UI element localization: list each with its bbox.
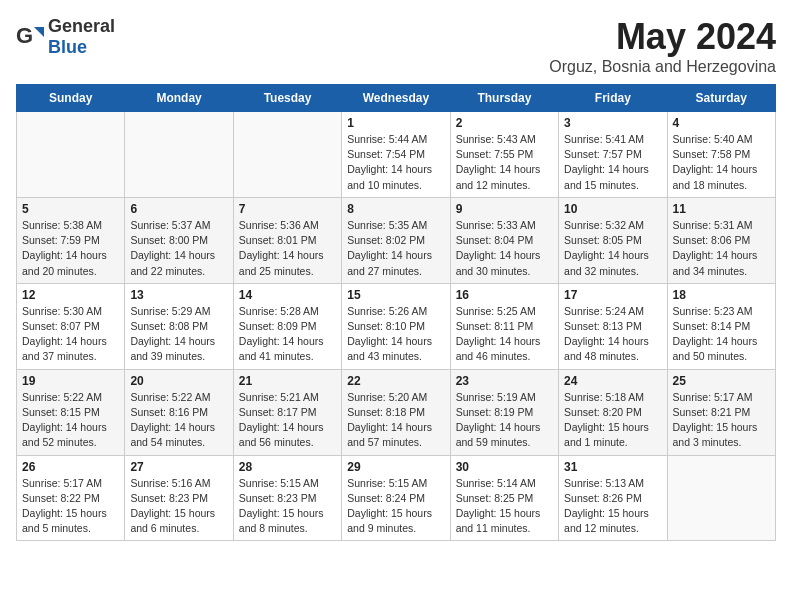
day-number: 13 [130, 288, 227, 302]
svg-marker-1 [34, 27, 44, 37]
day-number: 19 [22, 374, 119, 388]
week-row-2: 5Sunrise: 5:38 AM Sunset: 7:59 PM Daylig… [17, 197, 776, 283]
day-header-tuesday: Tuesday [233, 85, 341, 112]
subtitle: Orguz, Bosnia and Herzegovina [549, 58, 776, 76]
calendar-cell: 21Sunrise: 5:21 AM Sunset: 8:17 PM Dayli… [233, 369, 341, 455]
day-info: Sunrise: 5:15 AM Sunset: 8:23 PM Dayligh… [239, 476, 336, 537]
day-info: Sunrise: 5:13 AM Sunset: 8:26 PM Dayligh… [564, 476, 661, 537]
calendar-cell: 24Sunrise: 5:18 AM Sunset: 8:20 PM Dayli… [559, 369, 667, 455]
calendar-cell: 27Sunrise: 5:16 AM Sunset: 8:23 PM Dayli… [125, 455, 233, 541]
day-number: 7 [239, 202, 336, 216]
calendar-cell: 16Sunrise: 5:25 AM Sunset: 8:11 PM Dayli… [450, 283, 558, 369]
calendar-cell: 12Sunrise: 5:30 AM Sunset: 8:07 PM Dayli… [17, 283, 125, 369]
day-info: Sunrise: 5:24 AM Sunset: 8:13 PM Dayligh… [564, 304, 661, 365]
day-number: 20 [130, 374, 227, 388]
day-info: Sunrise: 5:31 AM Sunset: 8:06 PM Dayligh… [673, 218, 770, 279]
calendar-cell: 29Sunrise: 5:15 AM Sunset: 8:24 PM Dayli… [342, 455, 450, 541]
day-number: 16 [456, 288, 553, 302]
calendar-cell: 9Sunrise: 5:33 AM Sunset: 8:04 PM Daylig… [450, 197, 558, 283]
day-header-wednesday: Wednesday [342, 85, 450, 112]
day-number: 18 [673, 288, 770, 302]
day-info: Sunrise: 5:43 AM Sunset: 7:55 PM Dayligh… [456, 132, 553, 193]
calendar-cell: 6Sunrise: 5:37 AM Sunset: 8:00 PM Daylig… [125, 197, 233, 283]
day-info: Sunrise: 5:20 AM Sunset: 8:18 PM Dayligh… [347, 390, 444, 451]
calendar-cell: 5Sunrise: 5:38 AM Sunset: 7:59 PM Daylig… [17, 197, 125, 283]
logo-general: General [48, 16, 115, 36]
day-number: 10 [564, 202, 661, 216]
day-info: Sunrise: 5:25 AM Sunset: 8:11 PM Dayligh… [456, 304, 553, 365]
calendar-cell: 20Sunrise: 5:22 AM Sunset: 8:16 PM Dayli… [125, 369, 233, 455]
calendar-cell: 19Sunrise: 5:22 AM Sunset: 8:15 PM Dayli… [17, 369, 125, 455]
calendar-cell: 13Sunrise: 5:29 AM Sunset: 8:08 PM Dayli… [125, 283, 233, 369]
day-number: 1 [347, 116, 444, 130]
day-number: 8 [347, 202, 444, 216]
calendar-cell: 17Sunrise: 5:24 AM Sunset: 8:13 PM Dayli… [559, 283, 667, 369]
day-info: Sunrise: 5:35 AM Sunset: 8:02 PM Dayligh… [347, 218, 444, 279]
calendar-cell: 15Sunrise: 5:26 AM Sunset: 8:10 PM Dayli… [342, 283, 450, 369]
day-info: Sunrise: 5:21 AM Sunset: 8:17 PM Dayligh… [239, 390, 336, 451]
logo-blue: Blue [48, 37, 87, 57]
day-number: 4 [673, 116, 770, 130]
calendar-cell: 10Sunrise: 5:32 AM Sunset: 8:05 PM Dayli… [559, 197, 667, 283]
calendar-cell: 31Sunrise: 5:13 AM Sunset: 8:26 PM Dayli… [559, 455, 667, 541]
day-info: Sunrise: 5:18 AM Sunset: 8:20 PM Dayligh… [564, 390, 661, 451]
day-info: Sunrise: 5:16 AM Sunset: 8:23 PM Dayligh… [130, 476, 227, 537]
day-info: Sunrise: 5:19 AM Sunset: 8:19 PM Dayligh… [456, 390, 553, 451]
day-header-friday: Friday [559, 85, 667, 112]
day-number: 5 [22, 202, 119, 216]
day-number: 30 [456, 460, 553, 474]
day-info: Sunrise: 5:37 AM Sunset: 8:00 PM Dayligh… [130, 218, 227, 279]
day-info: Sunrise: 5:38 AM Sunset: 7:59 PM Dayligh… [22, 218, 119, 279]
calendar-cell: 8Sunrise: 5:35 AM Sunset: 8:02 PM Daylig… [342, 197, 450, 283]
day-info: Sunrise: 5:30 AM Sunset: 8:07 PM Dayligh… [22, 304, 119, 365]
day-number: 25 [673, 374, 770, 388]
day-number: 23 [456, 374, 553, 388]
day-number: 29 [347, 460, 444, 474]
calendar-cell: 3Sunrise: 5:41 AM Sunset: 7:57 PM Daylig… [559, 112, 667, 198]
day-info: Sunrise: 5:17 AM Sunset: 8:21 PM Dayligh… [673, 390, 770, 451]
day-number: 14 [239, 288, 336, 302]
day-info: Sunrise: 5:36 AM Sunset: 8:01 PM Dayligh… [239, 218, 336, 279]
day-number: 24 [564, 374, 661, 388]
day-header-monday: Monday [125, 85, 233, 112]
calendar-cell: 22Sunrise: 5:20 AM Sunset: 8:18 PM Dayli… [342, 369, 450, 455]
calendar-cell: 25Sunrise: 5:17 AM Sunset: 8:21 PM Dayli… [667, 369, 775, 455]
day-info: Sunrise: 5:22 AM Sunset: 8:15 PM Dayligh… [22, 390, 119, 451]
day-number: 9 [456, 202, 553, 216]
calendar-cell [17, 112, 125, 198]
day-info: Sunrise: 5:15 AM Sunset: 8:24 PM Dayligh… [347, 476, 444, 537]
header: G General Blue May 2024 Orguz, Bosnia an… [16, 16, 776, 76]
calendar-cell: 1Sunrise: 5:44 AM Sunset: 7:54 PM Daylig… [342, 112, 450, 198]
day-number: 12 [22, 288, 119, 302]
calendar-cell: 28Sunrise: 5:15 AM Sunset: 8:23 PM Dayli… [233, 455, 341, 541]
day-number: 6 [130, 202, 227, 216]
day-number: 15 [347, 288, 444, 302]
logo-icon: G [16, 23, 44, 51]
header-row: SundayMondayTuesdayWednesdayThursdayFrid… [17, 85, 776, 112]
day-info: Sunrise: 5:17 AM Sunset: 8:22 PM Dayligh… [22, 476, 119, 537]
day-info: Sunrise: 5:29 AM Sunset: 8:08 PM Dayligh… [130, 304, 227, 365]
main-title: May 2024 [549, 16, 776, 58]
calendar-cell: 23Sunrise: 5:19 AM Sunset: 8:19 PM Dayli… [450, 369, 558, 455]
title-area: May 2024 Orguz, Bosnia and Herzegovina [549, 16, 776, 76]
day-number: 2 [456, 116, 553, 130]
day-info: Sunrise: 5:28 AM Sunset: 8:09 PM Dayligh… [239, 304, 336, 365]
calendar-cell [125, 112, 233, 198]
day-info: Sunrise: 5:26 AM Sunset: 8:10 PM Dayligh… [347, 304, 444, 365]
day-info: Sunrise: 5:14 AM Sunset: 8:25 PM Dayligh… [456, 476, 553, 537]
day-number: 31 [564, 460, 661, 474]
day-info: Sunrise: 5:41 AM Sunset: 7:57 PM Dayligh… [564, 132, 661, 193]
day-number: 22 [347, 374, 444, 388]
day-info: Sunrise: 5:32 AM Sunset: 8:05 PM Dayligh… [564, 218, 661, 279]
calendar-cell: 14Sunrise: 5:28 AM Sunset: 8:09 PM Dayli… [233, 283, 341, 369]
calendar-cell: 11Sunrise: 5:31 AM Sunset: 8:06 PM Dayli… [667, 197, 775, 283]
calendar-table: SundayMondayTuesdayWednesdayThursdayFrid… [16, 84, 776, 541]
week-row-1: 1Sunrise: 5:44 AM Sunset: 7:54 PM Daylig… [17, 112, 776, 198]
day-header-thursday: Thursday [450, 85, 558, 112]
logo: G General Blue [16, 16, 115, 58]
calendar-cell: 7Sunrise: 5:36 AM Sunset: 8:01 PM Daylig… [233, 197, 341, 283]
logo-text: General Blue [48, 16, 115, 58]
day-header-sunday: Sunday [17, 85, 125, 112]
day-info: Sunrise: 5:33 AM Sunset: 8:04 PM Dayligh… [456, 218, 553, 279]
calendar-cell [667, 455, 775, 541]
